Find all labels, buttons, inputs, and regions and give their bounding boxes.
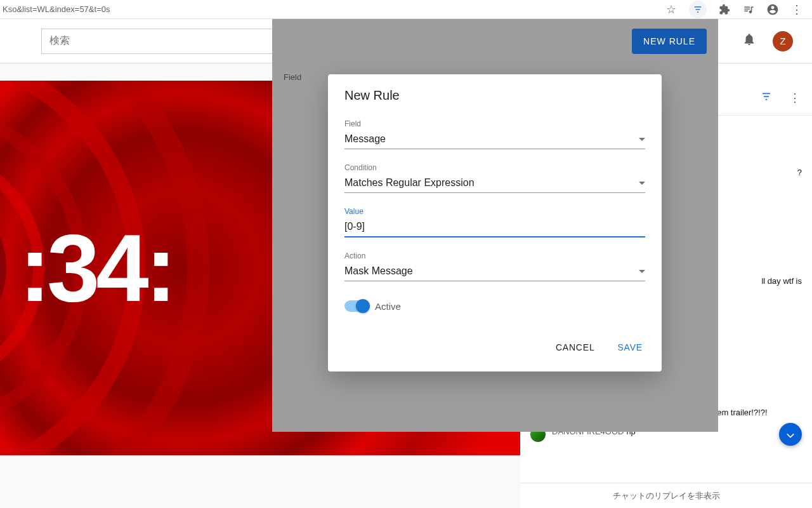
cancel-button[interactable]: CANCEL — [553, 337, 598, 358]
dialog-actions: CANCEL SAVE — [344, 337, 645, 358]
new-rule-button[interactable]: NEW RULE — [632, 29, 707, 54]
dialog-title: New Rule — [344, 88, 645, 103]
browser-address-bar: Kso&list=WL&index=57&t=0s ☆ ⋮ — [0, 0, 812, 19]
chat-msg-partial: ll day wtf is — [761, 276, 802, 286]
chat-msg-partial: ? — [797, 168, 802, 177]
chat-hide-replay-button[interactable]: チャットのリプレイを非表示 — [520, 483, 812, 508]
value-input[interactable] — [344, 218, 645, 237]
url-fragment: Kso&list=WL&index=57&t=0s — [0, 4, 110, 14]
countdown-overlay-text: :34: — [19, 213, 173, 323]
field-select-group: Field Message — [344, 119, 645, 149]
notifications-icon[interactable] — [742, 32, 756, 50]
active-toggle-row: Active — [344, 300, 645, 312]
action-select-value: Mask Message — [344, 265, 413, 277]
field-label: Field — [344, 119, 645, 128]
chevron-down-icon — [639, 138, 645, 141]
scroll-down-fab[interactable] — [779, 423, 802, 446]
value-label: Value — [344, 207, 645, 216]
condition-select[interactable]: Matches Regular Expression — [344, 175, 645, 193]
extension-toolbar: NEW RULE — [272, 19, 718, 64]
chat-menu-icon[interactable]: ⋮ — [789, 91, 801, 105]
action-label: Action — [344, 251, 645, 260]
chevron-down-icon — [639, 182, 645, 185]
active-toggle[interactable] — [344, 300, 369, 312]
star-icon[interactable]: ☆ — [665, 3, 678, 16]
new-rule-dialog: New Rule Field Message Condition Matches… — [328, 74, 662, 371]
active-toggle-label: Active — [375, 301, 401, 312]
browser-action-icons: ☆ ⋮ — [665, 1, 812, 18]
condition-select-value: Matches Regular Expression — [344, 177, 475, 189]
queue-music-icon[interactable] — [742, 3, 755, 16]
account-icon[interactable] — [766, 3, 779, 16]
menu-dots-icon[interactable]: ⋮ — [790, 3, 803, 16]
chevron-down-icon — [639, 270, 645, 273]
action-select-group: Action Mask Message — [344, 251, 645, 281]
field-select[interactable]: Message — [344, 131, 645, 149]
appbar-right-actions: Z — [742, 31, 799, 51]
chat-filter-icon[interactable] — [760, 91, 773, 104]
filter-extension-icon[interactable] — [689, 1, 707, 18]
search-placeholder: 検索 — [49, 34, 70, 48]
value-input-group: Value — [344, 207, 645, 237]
col-field: Field — [284, 72, 301, 82]
save-button[interactable]: SAVE — [615, 337, 645, 358]
field-select-value: Message — [344, 133, 386, 145]
action-select[interactable]: Mask Message — [344, 263, 645, 281]
avatar[interactable]: Z — [773, 31, 793, 51]
condition-label: Condition — [344, 163, 645, 172]
condition-select-group: Condition Matches Regular Expression — [344, 163, 645, 193]
extensions-icon[interactable] — [718, 3, 731, 16]
